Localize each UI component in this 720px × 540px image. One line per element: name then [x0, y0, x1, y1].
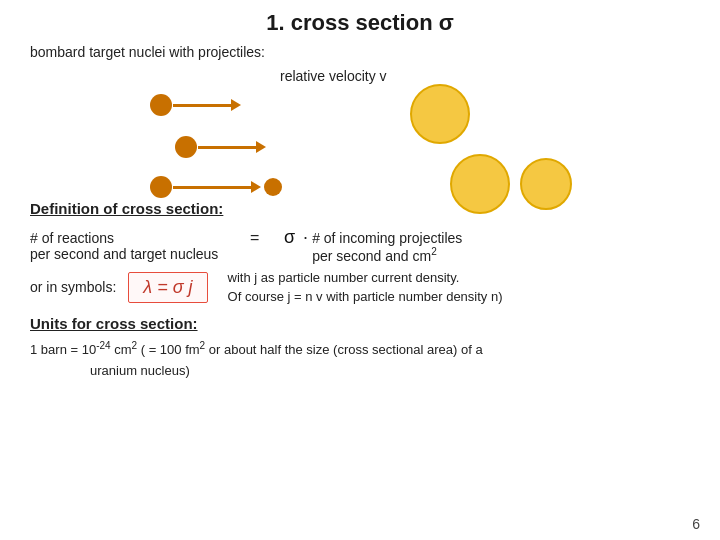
arrow-3	[173, 186, 253, 189]
units-exp-1: -24	[96, 340, 110, 351]
reaction-right: # of incoming projectiles per second and…	[312, 230, 690, 264]
target-circle-3	[520, 158, 572, 210]
units-text-4: or about half the size (cross sectional …	[205, 342, 482, 357]
page-number: 6	[692, 516, 700, 532]
reaction-left-line2: per second and target nucleus	[30, 246, 250, 262]
symbols-label: or in symbols:	[30, 279, 116, 295]
reaction-row: # of reactions per second and target nuc…	[30, 227, 690, 264]
reaction-equals: =	[250, 229, 280, 247]
reaction-left-line1: # of reactions	[30, 230, 250, 246]
definition-title: Definition of cross section:	[30, 200, 690, 217]
units-text-2: cm	[111, 342, 132, 357]
reaction-dot: ·	[303, 227, 308, 248]
projectile-circle-1	[150, 94, 172, 116]
page: 1. cross section σ bombard target nuclei…	[0, 0, 720, 540]
reaction-right-line2: per second and cm2	[312, 246, 690, 264]
target-circle-2	[450, 154, 510, 214]
reaction-left: # of reactions per second and target nuc…	[30, 230, 250, 262]
units-text-1: 1 barn = 10	[30, 342, 96, 357]
projectile-circle-3	[150, 176, 172, 198]
symbols-row: or in symbols: λ = σ j with j as particl…	[30, 268, 690, 307]
units-title: Units for cross section:	[30, 315, 690, 332]
velocity-label: relative velocity v	[280, 68, 387, 84]
page-title: 1. cross section σ	[30, 10, 690, 36]
arrow-2	[198, 146, 258, 149]
projectile-circle-4	[264, 178, 282, 196]
units-text: 1 barn = 10-24 cm2 ( = 100 fm2 or about …	[30, 338, 690, 382]
formula-note-line1: with j as particle number current densit…	[228, 268, 503, 288]
formula-note-line2: Of course j = n v with particle number d…	[228, 287, 503, 307]
formula-note: with j as particle number current densit…	[228, 268, 503, 307]
reaction-sigma: σ	[284, 227, 295, 248]
reaction-right-line1: # of incoming projectiles	[312, 230, 690, 246]
units-text-3: ( = 100 fm	[137, 342, 200, 357]
projectile-circle-2	[175, 136, 197, 158]
formula-box: λ = σ j	[128, 272, 207, 303]
diagram-area: relative velocity v	[30, 66, 690, 196]
arrow-1	[173, 104, 233, 107]
target-circle-1	[410, 84, 470, 144]
units-text-5: uranium nucleus)	[90, 363, 190, 378]
subtitle-text: bombard target nuclei with projectiles:	[30, 44, 690, 60]
